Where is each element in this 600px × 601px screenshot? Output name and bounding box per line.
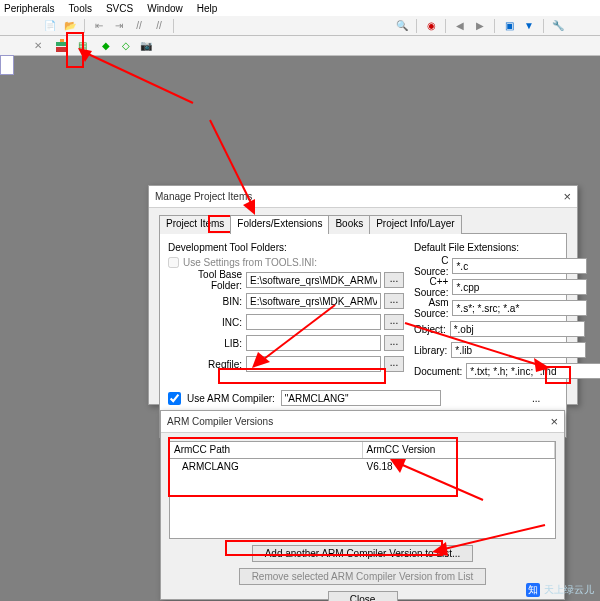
watermark: 知 天上绿云儿 bbox=[526, 583, 594, 597]
comment-icon[interactable]: // bbox=[131, 18, 147, 34]
browse-button[interactable]: ... bbox=[384, 293, 404, 309]
compiler-list-header: ArmCC Path ArmCC Version bbox=[169, 441, 556, 459]
config-icon[interactable]: 🔧 bbox=[550, 18, 566, 34]
menu-bar: Peripherals Tools SVCS Window Help bbox=[0, 0, 600, 16]
compiler-list[interactable]: ARMCLANG V6.18 bbox=[169, 459, 556, 539]
remove-compiler-button: Remove selected ARM Compiler Version fro… bbox=[239, 568, 487, 585]
object-input[interactable] bbox=[450, 321, 585, 337]
side-tab[interactable] bbox=[0, 55, 14, 75]
inc-input[interactable] bbox=[246, 314, 381, 330]
fwd-icon[interactable]: ▶ bbox=[472, 18, 488, 34]
toolbar-project: ✕ ▤ ◆ ◇ 📷 bbox=[0, 36, 600, 56]
tab-project-items[interactable]: Project Items bbox=[159, 215, 231, 234]
indent-left-icon[interactable]: ⇤ bbox=[91, 18, 107, 34]
dialog-tabs: Project Items Folders/Extensions Books P… bbox=[159, 214, 567, 234]
use-arm-compiler-checkbox[interactable] bbox=[168, 392, 181, 405]
add-compiler-button[interactable]: Add another ARM Compiler Version to List… bbox=[252, 545, 474, 562]
dev-folders-label: Development Tool Folders: bbox=[168, 242, 404, 253]
inc-label: INC: bbox=[168, 317, 246, 328]
armcc-version-cell: V6.18 bbox=[363, 459, 556, 474]
close-button[interactable]: Close bbox=[328, 591, 398, 601]
lib-label: LIB: bbox=[168, 338, 246, 349]
asm-source-label: Asm Source: bbox=[414, 297, 452, 319]
arm-compiler-versions-dialog: ARM Compiler Versions × ArmCC Path ArmCC… bbox=[160, 410, 565, 600]
svg-rect-0 bbox=[56, 47, 68, 52]
armcc-path-cell: ARMCLANG bbox=[170, 459, 363, 474]
bookmark-icon[interactable]: ▣ bbox=[501, 18, 517, 34]
find-icon[interactable]: 🔍 bbox=[394, 18, 410, 34]
menu-tools[interactable]: Tools bbox=[69, 3, 92, 14]
tab-project-info[interactable]: Project Info/Layer bbox=[369, 215, 461, 234]
c-source-input[interactable] bbox=[452, 258, 587, 274]
debug-icon[interactable]: ◉ bbox=[423, 18, 439, 34]
svg-rect-1 bbox=[56, 42, 68, 46]
use-arm-compiler-label: Use ARM Compiler: bbox=[187, 393, 275, 404]
library-label: Library: bbox=[414, 345, 451, 356]
close-icon[interactable]: × bbox=[563, 189, 571, 204]
menu-peripherals[interactable]: Peripherals bbox=[4, 3, 55, 14]
default-ext-label: Default File Extensions: bbox=[414, 242, 564, 253]
watermark-text: 天上绿云儿 bbox=[544, 583, 594, 597]
regfile-input[interactable] bbox=[246, 356, 381, 372]
camera-icon[interactable]: 📷 bbox=[138, 38, 154, 54]
cpp-source-label: C++ Source: bbox=[414, 276, 452, 298]
back-icon[interactable]: ◀ bbox=[452, 18, 468, 34]
use-tools-ini-label: Use Settings from TOOLS.INI: bbox=[183, 257, 317, 268]
manage-project-icon[interactable] bbox=[54, 38, 70, 54]
expand-icon[interactable]: ✕ bbox=[30, 38, 46, 54]
document-label: Document: bbox=[414, 366, 466, 377]
browse-button[interactable]: ... bbox=[384, 335, 404, 351]
browse-button[interactable]: ... bbox=[384, 356, 404, 372]
manage-project-dialog: Manage Project Items × Project Items Fol… bbox=[148, 185, 578, 405]
close-icon[interactable]: × bbox=[550, 414, 558, 429]
annotation-arrow bbox=[78, 48, 198, 108]
zhihu-icon: 知 bbox=[526, 583, 540, 597]
object-label: Object: bbox=[414, 324, 450, 335]
arm-compiler-browse-button[interactable]: ... bbox=[532, 393, 554, 404]
svg-line-3 bbox=[86, 53, 193, 103]
tab-books[interactable]: Books bbox=[328, 215, 370, 234]
bin-label: BIN: bbox=[168, 296, 246, 307]
arm-compiler-input[interactable] bbox=[281, 390, 441, 406]
indent-right-icon[interactable]: ⇥ bbox=[111, 18, 127, 34]
target2-icon[interactable]: ◇ bbox=[118, 38, 134, 54]
c-source-label: C Source: bbox=[414, 255, 452, 277]
bookmark-icon[interactable]: ▼ bbox=[521, 18, 537, 34]
asm-source-input[interactable] bbox=[452, 300, 587, 316]
use-tools-ini-checkbox bbox=[168, 257, 179, 268]
col-armcc-version[interactable]: ArmCC Version bbox=[363, 442, 556, 458]
tab-folders-extensions[interactable]: Folders/Extensions bbox=[230, 215, 329, 234]
toolbar-icon[interactable]: 📂 bbox=[62, 18, 78, 34]
dialog-title: Manage Project Items bbox=[155, 191, 252, 202]
bin-input[interactable] bbox=[246, 293, 381, 309]
toolbar-icon[interactable]: 📄 bbox=[42, 18, 58, 34]
menu-window[interactable]: Window bbox=[147, 3, 183, 14]
uncomment-icon[interactable]: // bbox=[151, 18, 167, 34]
cpp-source-input[interactable] bbox=[452, 279, 587, 295]
browse-button[interactable]: ... bbox=[384, 314, 404, 330]
dialog-title: ARM Compiler Versions bbox=[167, 416, 273, 427]
toolbar-main: 📄 📂 ⇤ ⇥ // // 🔍 ◉ ◀ ▶ ▣ ▼ 🔧 bbox=[0, 16, 600, 36]
target-icon[interactable]: ◆ bbox=[98, 38, 114, 54]
menu-svcs[interactable]: SVCS bbox=[106, 3, 133, 14]
base-folder-input[interactable] bbox=[246, 272, 381, 288]
lib-input[interactable] bbox=[246, 335, 381, 351]
library-input[interactable] bbox=[451, 342, 586, 358]
svg-rect-2 bbox=[60, 39, 64, 42]
books-icon[interactable]: ▤ bbox=[74, 38, 90, 54]
regfile-label: Regfile: bbox=[168, 359, 246, 370]
list-row[interactable]: ARMCLANG V6.18 bbox=[170, 459, 555, 474]
menu-help[interactable]: Help bbox=[197, 3, 218, 14]
document-input[interactable] bbox=[466, 363, 600, 379]
col-armcc-path[interactable]: ArmCC Path bbox=[170, 442, 363, 458]
base-folder-label: Tool Base Folder: bbox=[168, 269, 246, 291]
browse-button[interactable]: ... bbox=[384, 272, 404, 288]
